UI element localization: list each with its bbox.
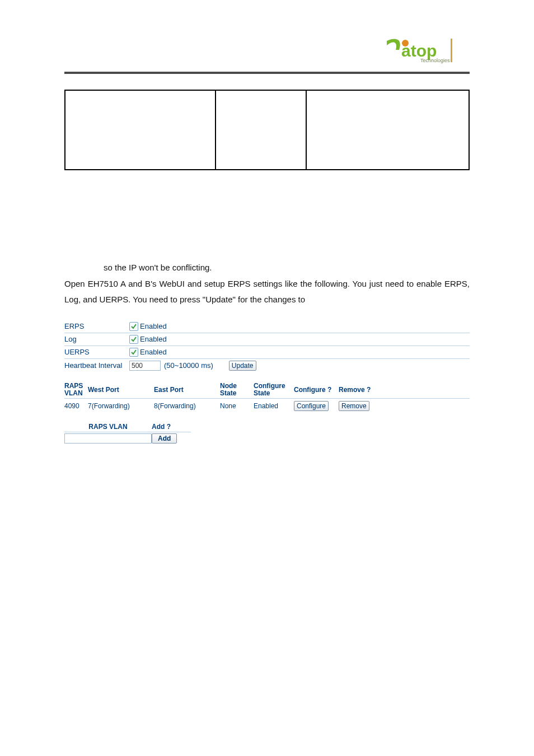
hdr-west-port: West Port (88, 386, 154, 394)
hdr-config-state: Configure State (254, 382, 294, 397)
cell-east: 8(Forwarding) (154, 402, 220, 410)
raps-vlan-input[interactable] (64, 433, 152, 444)
table-row: 4090 7(Forwarding) 8(Forwarding) None En… (64, 400, 470, 412)
header-divider (64, 72, 470, 74)
caption-log: Enabled (140, 335, 167, 343)
cell-west: 7(Forwarding) (88, 402, 154, 410)
erps-settings-block: ERPS Enabled Log Enabled (64, 320, 470, 372)
cell-vlan: 4090 (64, 402, 88, 410)
text-line-2: Open EH7510 A and B's WebUI and setup ER… (64, 276, 470, 308)
row-heartbeat: Heartbeat Interval (50~10000 ms) Update (64, 359, 470, 372)
svg-rect-2 (451, 39, 452, 62)
label-heartbeat: Heartbeat Interval (64, 361, 129, 370)
header-logo: atop Technologies (64, 34, 470, 67)
heartbeat-hint: (50~10000 ms) (164, 361, 213, 370)
text-line-1: so the IP won't be conflicting. (64, 260, 470, 276)
hdr-east-port: East Port (154, 386, 220, 394)
row-uerps: UERPS Enabled (64, 346, 470, 358)
label-erps: ERPS (64, 322, 129, 330)
cell-node: None (220, 402, 254, 410)
row-log: Log Enabled (64, 333, 470, 346)
empty-grid-box (64, 90, 470, 170)
label-uerps: UERPS (64, 348, 129, 356)
hdr-node-state: Node State (220, 382, 254, 397)
hdr-configure-q: Configure ? (294, 386, 339, 394)
hdr-raps-vlan: RAPS VLAN (64, 382, 88, 397)
add-button[interactable]: Add (152, 433, 177, 444)
label-log: Log (64, 335, 129, 343)
remove-button[interactable]: Remove (339, 401, 369, 411)
caption-uerps: Enabled (140, 348, 167, 356)
configure-button[interactable]: Configure (294, 401, 329, 411)
checkbox-log[interactable] (129, 335, 138, 344)
heartbeat-input[interactable] (129, 361, 161, 371)
hdr-add-q: Add ? (152, 423, 191, 431)
update-button[interactable]: Update (229, 361, 256, 371)
cell-cfgstate: Enabled (254, 402, 294, 410)
checkbox-uerps[interactable] (129, 348, 138, 357)
hdr-raps-vlan-add: RAPS VLAN (64, 423, 152, 431)
hdr-remove-q: Remove ? (339, 386, 378, 394)
add-raps-block: RAPS VLAN Add ? Add (64, 422, 470, 445)
row-erps: ERPS Enabled (64, 320, 470, 333)
svg-text:Technologies: Technologies (420, 58, 450, 63)
checkbox-erps[interactable] (129, 322, 138, 331)
erps-list-table: RAPS VLAN West Port East Port Node State… (64, 382, 470, 412)
caption-erps: Enabled (140, 322, 167, 330)
body-text: so the IP won't be conflicting. Open EH7… (64, 260, 470, 308)
